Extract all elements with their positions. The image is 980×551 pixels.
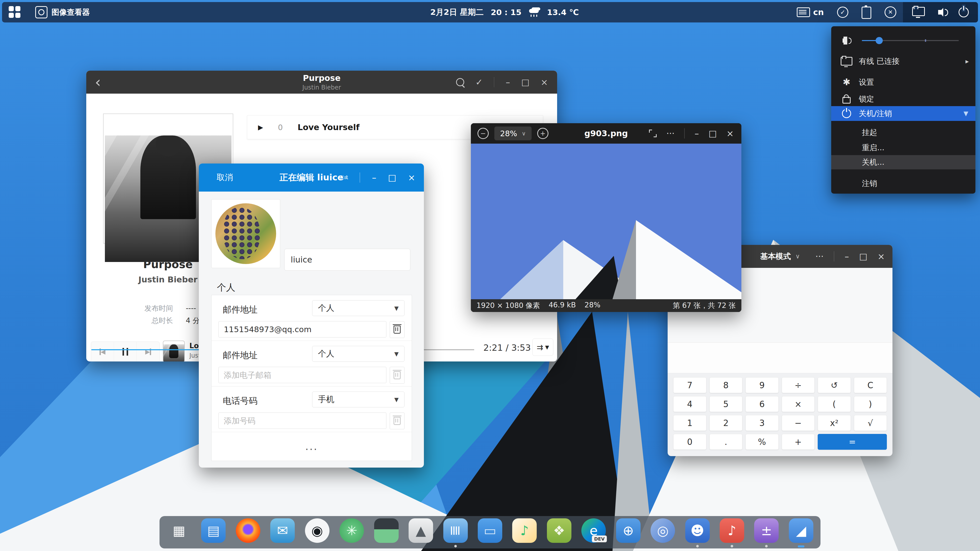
close-button[interactable]: × bbox=[727, 128, 734, 138]
calc-key-7[interactable]: 7 bbox=[673, 377, 706, 393]
menu-item-settings[interactable]: ✱ 设置 bbox=[831, 75, 975, 89]
tray-updates[interactable]: ✓ bbox=[830, 2, 855, 22]
calc-key-divide[interactable]: ÷ bbox=[782, 377, 815, 393]
contact-name-input[interactable] bbox=[284, 249, 410, 271]
calc-key-0[interactable]: 0 bbox=[673, 434, 706, 450]
calc-key-undo[interactable]: ↺ bbox=[818, 377, 851, 393]
volume-knob[interactable] bbox=[876, 37, 883, 44]
previous-button[interactable]: ◀ bbox=[91, 342, 114, 362]
maximize-button[interactable]: □ bbox=[388, 172, 396, 183]
delete-field-button[interactable] bbox=[390, 367, 404, 384]
calc-key-9[interactable]: 9 bbox=[746, 377, 779, 393]
dock-item-github[interactable]: ◉ bbox=[305, 518, 329, 546]
volume-slider[interactable] bbox=[862, 40, 959, 41]
more-fields-button[interactable]: ... bbox=[212, 432, 412, 461]
done-button[interactable]: 完成 bbox=[340, 175, 348, 180]
tray-keyboard-layout[interactable]: cn bbox=[790, 2, 830, 22]
calc-key-plus[interactable]: + bbox=[782, 434, 815, 450]
minimize-button[interactable]: – bbox=[694, 128, 699, 138]
dock-item-contacts[interactable]: ☻ bbox=[685, 518, 710, 546]
tray-clipboard[interactable] bbox=[855, 2, 878, 22]
minimize-button[interactable]: – bbox=[372, 172, 376, 183]
dock-item-media-player[interactable]: ◎ bbox=[651, 518, 675, 546]
play-mode-button[interactable]: ⇉ ▼ bbox=[532, 338, 553, 356]
close-button[interactable]: × bbox=[408, 172, 415, 183]
calc-key-equals[interactable]: = bbox=[818, 434, 887, 450]
zoom-level-dropdown[interactable]: 28% ∨ bbox=[494, 127, 531, 140]
dock-item-plugin[interactable]: ❖ bbox=[547, 518, 571, 546]
submenu-item-shutdown[interactable]: 关机... bbox=[831, 155, 975, 169]
minimize-button[interactable]: – bbox=[845, 251, 849, 262]
calculator-entry-line[interactable] bbox=[668, 343, 892, 373]
calc-key-paren-open[interactable]: ( bbox=[818, 396, 851, 412]
close-button[interactable]: × bbox=[878, 251, 885, 262]
dock-item-equalizer[interactable]: ≣ bbox=[443, 518, 468, 546]
maximize-button[interactable]: □ bbox=[708, 128, 717, 138]
calc-key-8[interactable]: 8 bbox=[710, 377, 743, 393]
dock-item-file-manager[interactable]: ▤ bbox=[201, 518, 226, 546]
dock-item-app-store[interactable]: ⊕ bbox=[616, 518, 641, 546]
calc-key-sqrt[interactable]: √ bbox=[854, 415, 887, 431]
menu-item-network[interactable]: 有线 已连接 ▸ bbox=[831, 54, 975, 68]
close-button[interactable]: × bbox=[541, 77, 548, 87]
delete-field-button[interactable] bbox=[390, 321, 404, 338]
calc-key-6[interactable]: 6 bbox=[746, 396, 779, 412]
dock-item-green-cat-app[interactable] bbox=[374, 518, 399, 546]
maximize-button[interactable]: □ bbox=[859, 251, 867, 262]
delete-field-button[interactable] bbox=[390, 413, 404, 429]
menu-ellipsis-icon[interactable]: ··· bbox=[667, 128, 675, 138]
dock-item-files[interactable]: ▭ bbox=[478, 518, 502, 546]
dock-item-calculator[interactable]: ± bbox=[754, 518, 779, 546]
search-icon[interactable] bbox=[456, 78, 464, 86]
calc-key-minus[interactable]: − bbox=[782, 415, 815, 431]
calc-key-4[interactable]: 4 bbox=[673, 396, 706, 412]
dock-item-qq-music[interactable]: ♪ bbox=[512, 518, 537, 546]
dock-item-inkscape[interactable]: ▲ bbox=[409, 518, 433, 546]
phone-input[interactable] bbox=[218, 413, 387, 429]
active-app[interactable]: 图像查看器 bbox=[35, 6, 90, 18]
submenu-item-logout[interactable]: 注销 bbox=[831, 176, 975, 191]
submenu-item-suspend[interactable]: 挂起 bbox=[831, 125, 975, 140]
calc-key-2[interactable]: 2 bbox=[710, 415, 743, 431]
calc-key-percent[interactable]: % bbox=[746, 434, 779, 450]
now-playing-thumbnail[interactable] bbox=[163, 341, 185, 362]
dock-item-launcher[interactable]: ▦ bbox=[167, 518, 191, 546]
tray-network[interactable] bbox=[905, 2, 932, 22]
calc-key-paren-close[interactable]: ) bbox=[854, 396, 887, 412]
field-type-dropdown[interactable]: 个人 ▼ bbox=[312, 300, 404, 316]
calc-key-1[interactable]: 1 bbox=[673, 415, 706, 431]
zoom-out-icon[interactable]: − bbox=[477, 128, 489, 139]
dock-item-edge-dev[interactable]: eDEV bbox=[581, 518, 606, 546]
dock-item-firefox[interactable] bbox=[236, 518, 260, 546]
menu-ellipsis-icon[interactable]: ··· bbox=[815, 251, 824, 262]
minimize-button[interactable]: – bbox=[506, 77, 510, 87]
calc-key-square[interactable]: x² bbox=[818, 415, 851, 431]
calc-key-3[interactable]: 3 bbox=[746, 415, 779, 431]
fullscreen-icon[interactable] bbox=[649, 130, 657, 137]
dock-item-mail[interactable]: ✉ bbox=[270, 518, 295, 546]
calc-key-clear[interactable]: C bbox=[854, 377, 887, 393]
menu-item-lock[interactable]: 锁定 bbox=[831, 92, 975, 106]
menu-item-power[interactable]: 关机/注销 ▼ bbox=[831, 106, 975, 121]
calc-key-5[interactable]: 5 bbox=[710, 396, 743, 412]
zoom-in-icon[interactable]: + bbox=[537, 128, 549, 139]
image-canvas[interactable] bbox=[471, 144, 741, 299]
tray-volume[interactable] bbox=[932, 2, 952, 22]
email-input[interactable] bbox=[218, 321, 387, 338]
maximize-button[interactable]: □ bbox=[521, 77, 529, 87]
calc-key-dot[interactable]: . bbox=[710, 434, 743, 450]
field-type-dropdown[interactable]: 个人 ▼ bbox=[312, 346, 404, 362]
field-type-dropdown[interactable]: 手机 ▼ bbox=[312, 392, 404, 407]
dock-item-image-viewer[interactable]: ◢ bbox=[789, 518, 813, 546]
tray-accessibility[interactable]: ✕ bbox=[878, 2, 903, 22]
select-check-icon[interactable]: ✓ bbox=[476, 77, 483, 87]
calc-key-multiply[interactable]: × bbox=[782, 396, 815, 412]
launcher-icon[interactable] bbox=[9, 6, 21, 18]
pause-button[interactable] bbox=[114, 342, 137, 362]
next-button[interactable]: ▶ bbox=[137, 342, 159, 362]
email-input[interactable] bbox=[218, 367, 387, 383]
clock-weather[interactable]: 2月2日 星期二 20 : 15 13.4 ℃ bbox=[430, 2, 579, 22]
dock-item-music[interactable]: ♪ bbox=[720, 518, 744, 546]
submenu-item-restart[interactable]: 重启... bbox=[831, 141, 975, 155]
tray-power[interactable] bbox=[952, 2, 975, 22]
